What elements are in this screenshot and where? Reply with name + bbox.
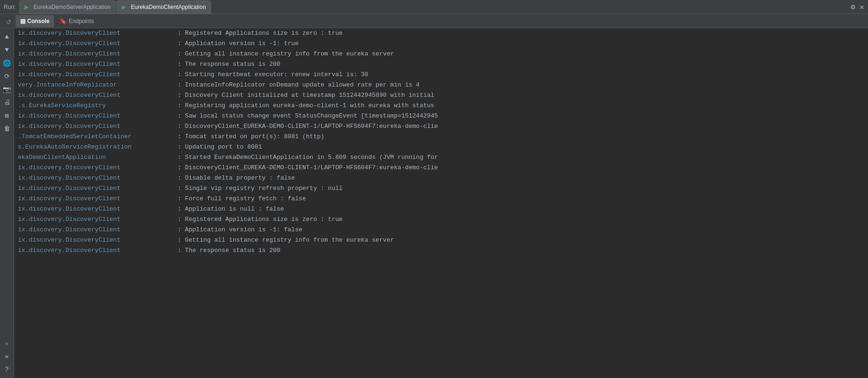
log-source: ix.discovery.DiscoveryClient (18, 173, 178, 183)
log-message: : Starting heartbeat executor: renew int… (178, 70, 368, 80)
log-area[interactable]: ix.discovery.DiscoveryClient: Registered… (14, 28, 868, 378)
log-line: ix.discovery.DiscoveryClient: Applicatio… (14, 225, 868, 235)
log-line: ix.discovery.DiscoveryClient: Saw local … (14, 111, 868, 121)
log-message: : Getting all instance registry info fro… (178, 49, 394, 59)
log-source: ix.discovery.DiscoveryClient (18, 183, 178, 194)
log-message: : Saw local status change event StatusCh… (178, 111, 438, 121)
globe-button[interactable]: 🌐 (1, 57, 13, 69)
console-label: Console (27, 18, 49, 24)
log-line: ix.discovery.DiscoveryClient: DiscoveryC… (14, 163, 868, 173)
log-source: ix.discovery.DiscoveryClient (18, 28, 178, 39)
log-line: ix.discovery.DiscoveryClient: Applicatio… (14, 39, 868, 49)
log-source: ix.discovery.DiscoveryClient (18, 214, 178, 225)
log-message: : Single vip registry refresh property :… (178, 183, 343, 194)
log-source: .s.EurekaServiceRegistry (18, 101, 178, 111)
log-message: : Registered Applications size is zero :… (178, 28, 343, 39)
log-line: ix.discovery.DiscoveryClient: Registered… (14, 214, 868, 225)
log-message: : Registered Applications size is zero :… (178, 214, 343, 225)
log-source: ix.discovery.DiscoveryClient (18, 235, 178, 245)
server-tab-icon: ▶ (24, 4, 31, 10)
close-button[interactable]: ✕ (1, 351, 13, 362)
log-message: : The response status is 200 (178, 59, 280, 70)
log-message: : The response status is 200 (178, 245, 280, 256)
log-line: .TomcatEmbeddedServletContainer: Tomcat … (14, 132, 868, 142)
help-button[interactable]: ? (1, 364, 13, 375)
log-message: : Discovery Client initialized at timest… (178, 90, 434, 101)
log-source: s.EurekaAutoServiceRegistration (18, 142, 178, 152)
log-source: ix.discovery.DiscoveryClient (18, 90, 178, 101)
log-source: ix.discovery.DiscoveryClient (18, 163, 178, 173)
scroll-up-button[interactable]: ▲ (1, 31, 13, 42)
log-message: : Started EurekaDemoClientApplication in… (178, 152, 438, 163)
log-message: : Updating port to 8081 (178, 142, 262, 152)
log-source: ix.discovery.DiscoveryClient (18, 49, 178, 59)
main-layout: ▲ ▼ 🌐 ⟳ 📷 🖨 ⊞ 🗑 ✳ ✕ ? ix.discovery.Disco… (0, 28, 868, 378)
endpoints-icon: 🔖 (60, 18, 67, 24)
log-source: ix.discovery.DiscoveryClient (18, 121, 178, 132)
log-line: ix.discovery.DiscoveryClient: Starting h… (14, 70, 868, 80)
log-line: ix.discovery.DiscoveryClient: Force full… (14, 194, 868, 204)
pin-button[interactable]: ✳ (1, 338, 13, 349)
print-button[interactable]: 🖨 (1, 97, 13, 108)
client-tab-label: EurekaDemoClientApplication (131, 4, 205, 10)
log-line: s.EurekaAutoServiceRegistration: Updatin… (14, 142, 868, 152)
log-source: ix.discovery.DiscoveryClient (18, 111, 178, 121)
log-message: : Getting all instance registry info fro… (178, 235, 394, 245)
log-line: ix.discovery.DiscoveryClient: DiscoveryC… (14, 121, 868, 132)
top-bar: Run: ▶ EurekaDemoServerApplication ▶ Eur… (0, 0, 868, 14)
log-source: very.InstanceInfoReplicator (18, 80, 178, 90)
log-message: : Registering application eureka-demo-cl… (178, 101, 434, 111)
log-message: : DiscoveryClient_EUREKA-DEMO-CLIENT-1/L… (178, 163, 438, 173)
client-tab-icon: ▶ (122, 4, 128, 10)
layout-button[interactable]: ⊞ (1, 110, 13, 121)
log-line: ekaDemoClientApplication: Started Eureka… (14, 152, 868, 163)
log-source: ix.discovery.DiscoveryClient (18, 194, 178, 204)
log-line: ix.discovery.DiscoveryClient: Getting al… (14, 49, 868, 59)
console-icon: ▤ (20, 18, 25, 24)
log-line: ix.discovery.DiscoveryClient: The respon… (14, 59, 868, 70)
log-message: : Force full registry fetch : false (178, 194, 306, 204)
log-source: ix.discovery.DiscoveryClient (18, 225, 178, 235)
clear-button[interactable]: 🗑 (1, 123, 13, 134)
log-line: .s.EurekaServiceRegistry: Registering ap… (14, 101, 868, 111)
log-message: : Disable delta property : false (178, 173, 295, 183)
log-source: ix.discovery.DiscoveryClient (18, 204, 178, 214)
log-source: ix.discovery.DiscoveryClient (18, 245, 178, 256)
server-tab[interactable]: ▶ EurekaDemoServerApplication (19, 0, 116, 14)
log-source: ekaDemoClientApplication (18, 152, 178, 163)
log-source: ix.discovery.DiscoveryClient (18, 70, 178, 80)
log-source: ix.discovery.DiscoveryClient (18, 39, 178, 49)
toolbar: ↺ ▤ Console 🔖 Endpoints (0, 14, 868, 28)
run-label: Run: (4, 4, 16, 10)
log-message: : Application is null : false (178, 204, 284, 214)
log-message: : InstanceInfoReplicator onDemand update… (178, 80, 420, 90)
log-line: ix.discovery.DiscoveryClient: Single vip… (14, 183, 868, 194)
gear-settings[interactable]: ⚙ ✕ (851, 2, 864, 12)
log-line: ix.discovery.DiscoveryClient: Applicatio… (14, 204, 868, 214)
log-message: : Application version is -1: false (178, 225, 302, 235)
client-tab[interactable]: ▶ EurekaDemoClientApplication (117, 0, 211, 14)
log-line: ix.discovery.DiscoveryClient: Registered… (14, 28, 868, 39)
log-source: ix.discovery.DiscoveryClient (18, 59, 178, 70)
snapshot-button[interactable]: 📷 (1, 84, 13, 95)
scroll-down-button[interactable]: ▼ (1, 44, 13, 55)
log-line: ix.discovery.DiscoveryClient: Discovery … (14, 90, 868, 101)
endpoints-tab[interactable]: 🔖 Endpoints (55, 15, 98, 27)
log-line: ix.discovery.DiscoveryClient: The respon… (14, 245, 868, 256)
endpoints-label: Endpoints (69, 18, 94, 24)
refresh-button[interactable]: ↺ (2, 15, 15, 27)
rerun-button[interactable]: ⟳ (1, 71, 13, 82)
log-source: .TomcatEmbeddedServletContainer (18, 132, 178, 142)
log-message: : Tomcat started on port(s): 8081 (http) (178, 132, 324, 142)
left-sidebar: ▲ ▼ 🌐 ⟳ 📷 🖨 ⊞ 🗑 ✳ ✕ ? (0, 28, 14, 378)
log-line: ix.discovery.DiscoveryClient: Disable de… (14, 173, 868, 183)
log-message: : DiscoveryClient_EUREKA-DEMO-CLIENT-1/L… (178, 121, 438, 132)
console-tab[interactable]: ▤ Console (16, 15, 54, 27)
log-line: ix.discovery.DiscoveryClient: Getting al… (14, 235, 868, 245)
log-message: : Application version is -1: true (178, 39, 298, 49)
server-tab-label: EurekaDemoServerApplication (33, 4, 110, 10)
log-line: very.InstanceInfoReplicator: InstanceInf… (14, 80, 868, 90)
